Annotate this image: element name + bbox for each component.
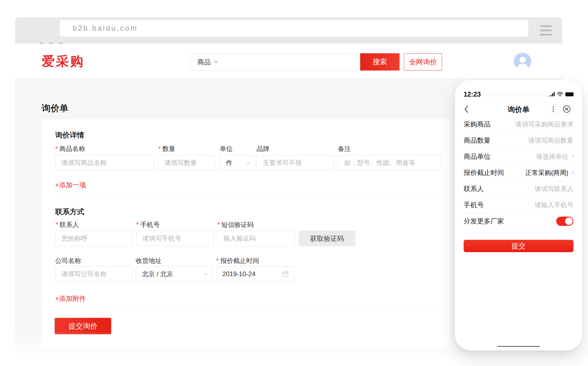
distribute-toggle[interactable] <box>556 217 573 226</box>
list-item[interactable]: 报价截止时间正常采购(两周) <box>464 165 573 181</box>
list-item[interactable]: 采购商品请填写采购商品要求 <box>464 116 573 132</box>
add-item-link[interactable]: +添加一项 <box>55 181 86 189</box>
contact-name-input[interactable] <box>55 231 133 246</box>
add-attachment-link[interactable]: +添加附件 <box>55 294 86 303</box>
field-label-product-name: *商品名称 <box>55 145 85 153</box>
miniapp-capsule <box>547 104 573 114</box>
section-divider <box>55 197 436 197</box>
toggle-knob <box>565 217 573 225</box>
phone-screen: 12:23 询价单 <box>459 84 578 347</box>
close-icon[interactable] <box>560 104 573 114</box>
list-item[interactable]: 商品单位请选择单位 <box>464 149 573 165</box>
search-input[interactable]: 商品 <box>190 53 360 71</box>
remark-input[interactable] <box>338 155 442 171</box>
chevron-down-icon <box>214 59 218 63</box>
row-label: 报价截止时间 <box>464 168 504 177</box>
get-code-button[interactable]: 获取验证码 <box>299 231 355 246</box>
address-select[interactable]: 北京 / 北京 <box>136 266 213 282</box>
phone-form-list: 采购商品请填写采购商品要求商品数量请填写商品数量商品单位请选择单位报价截止时间正… <box>464 116 573 229</box>
site-header: 爱采购 商品 搜索 全网询价 <box>15 44 562 78</box>
browser-menu-icon[interactable] <box>540 25 552 36</box>
page-title: 询价单 <box>42 102 68 114</box>
field-label-deadline: *报价截止时间 <box>216 256 259 265</box>
phone-input[interactable] <box>136 231 214 246</box>
row-value: 请填写商品数量 <box>528 136 573 145</box>
brand-input[interactable] <box>257 155 334 171</box>
row-value: 正常采购(两周) <box>525 168 573 177</box>
required-marker: * <box>158 145 161 152</box>
row-label: 分发更多厂家 <box>464 217 504 226</box>
status-time: 12:23 <box>464 90 481 98</box>
list-item[interactable]: 手机号请输入手机号 <box>464 197 573 213</box>
row-value: 请选择单位 <box>536 152 573 161</box>
row-label: 联系人 <box>464 184 484 193</box>
wifi-icon <box>557 92 563 97</box>
phone-nav-bar: 询价单 <box>464 104 573 115</box>
chevron-down-icon <box>247 161 250 164</box>
url-text: b2b.baidu.com <box>73 24 138 33</box>
list-item[interactable]: 联系人请填写联系人 <box>464 181 573 197</box>
row-value: 请填写采购商品要求 <box>515 120 573 129</box>
browser-chrome-bar: b2b.baidu.com <box>15 17 562 44</box>
home-indicator[interactable] <box>497 346 540 347</box>
field-label-contact: *联系人 <box>55 220 79 229</box>
user-avatar[interactable] <box>514 53 531 70</box>
required-marker: * <box>55 221 58 228</box>
search-bar: 商品 搜索 全网询价 <box>190 53 442 71</box>
field-label-address: 收货地址 <box>136 256 162 265</box>
required-marker: * <box>136 221 139 228</box>
field-label-sms-code: *短信验证码 <box>217 220 254 229</box>
required-marker: * <box>217 221 220 228</box>
product-name-input[interactable] <box>55 155 155 171</box>
search-button[interactable]: 搜索 <box>360 53 400 71</box>
phone-mockup: 12:23 询价单 <box>455 80 582 350</box>
submit-inquiry-button[interactable]: 提交询价 <box>55 318 111 334</box>
list-item[interactable]: 商品数量请填写商品数量 <box>464 132 573 149</box>
chevron-down-icon <box>204 272 207 275</box>
sms-code-input[interactable] <box>217 231 295 246</box>
quantity-input[interactable] <box>158 155 215 171</box>
required-marker: * <box>216 257 219 264</box>
chevron-right-icon <box>570 155 574 158</box>
field-label-unit: 单位 <box>220 145 233 153</box>
row-value: 请输入手机号 <box>535 201 573 209</box>
row-label: 手机号 <box>464 200 484 209</box>
calendar-icon <box>282 271 288 277</box>
section-title-contact: 联系方式 <box>55 207 84 217</box>
row-label: 商品单位 <box>464 152 491 161</box>
deadline-date-picker[interactable]: 2019-10-24 <box>216 266 295 282</box>
section-title-detail: 询价详情 <box>55 130 84 140</box>
list-item[interactable]: 分发更多厂家 <box>464 213 573 229</box>
section-divider <box>55 308 436 309</box>
phone-notch <box>484 87 553 96</box>
company-input[interactable] <box>55 266 133 282</box>
unit-select[interactable]: 件 <box>220 155 256 171</box>
row-label: 商品数量 <box>464 136 491 145</box>
aicaigou-logo[interactable]: 爱采购 <box>42 53 85 70</box>
address-bar[interactable]: b2b.baidu.com <box>60 20 528 37</box>
field-label-company: 公司名称 <box>55 256 81 265</box>
search-category-select[interactable]: 商品 <box>197 58 211 66</box>
screenshot-stage: b2b.baidu.com 爱采购 商品 搜索 全网询价 <box>0 0 588 366</box>
field-label-quantity: *数量 <box>158 145 175 153</box>
phone-submit-button[interactable]: 提交 <box>464 240 573 252</box>
more-menu-icon[interactable] <box>547 104 560 114</box>
row-label: 采购商品 <box>464 120 491 129</box>
network-inquiry-button[interactable]: 全网询价 <box>404 53 442 71</box>
required-marker: * <box>55 145 58 152</box>
person-icon <box>514 53 531 70</box>
field-label-brand: 品牌 <box>257 145 270 153</box>
chevron-right-icon <box>570 171 574 174</box>
field-label-phone: *手机号 <box>136 220 160 229</box>
inquiry-form-card: 询价详情 *商品名称 *数量 单位 件 品牌 备注 +添加一项 <box>42 119 449 347</box>
battery-icon <box>565 92 573 96</box>
row-value: 请填写联系人 <box>535 185 573 193</box>
field-label-remark: 备注 <box>338 145 351 153</box>
